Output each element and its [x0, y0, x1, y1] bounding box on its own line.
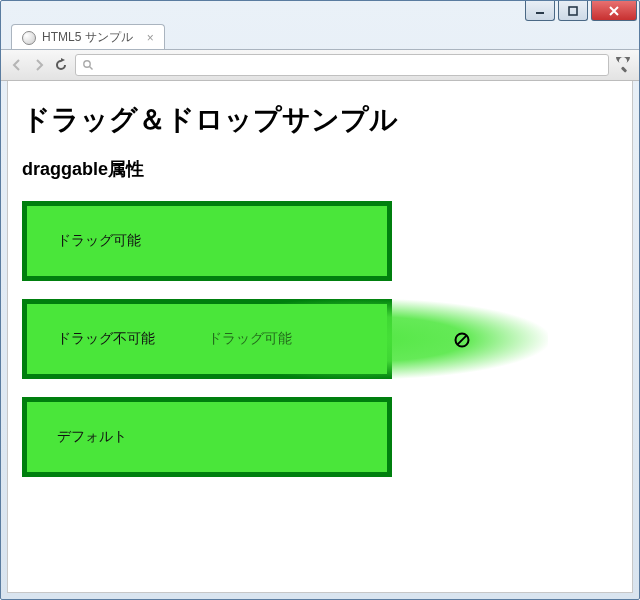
window-close-button[interactable]: [591, 1, 637, 21]
settings-wrench-icon[interactable]: [615, 57, 631, 73]
address-bar[interactable]: [75, 54, 609, 76]
window-minimize-button[interactable]: [525, 1, 555, 21]
tab-title: HTML5 サンプル: [42, 29, 133, 46]
svg-point-1: [84, 61, 90, 67]
reload-button[interactable]: [53, 57, 69, 73]
box-label: デフォルト: [57, 428, 127, 446]
viewport: ドラッグ＆ドロップサンプル draggable属性 ドラッグ可能 ドラッグ不可能…: [7, 81, 633, 593]
back-button[interactable]: [9, 57, 25, 73]
browser-window: HTML5 サンプル × ドラッグ＆ドロップサンプル draggable属性: [0, 0, 640, 600]
window-maximize-button[interactable]: [558, 1, 588, 21]
non-draggable-box[interactable]: ドラッグ不可能: [22, 299, 392, 379]
globe-icon: [22, 31, 36, 45]
search-icon: [82, 59, 94, 71]
svg-rect-0: [569, 7, 577, 15]
forward-button[interactable]: [31, 57, 47, 73]
page-content: ドラッグ＆ドロップサンプル draggable属性 ドラッグ可能 ドラッグ不可能…: [8, 81, 632, 592]
browser-tab[interactable]: HTML5 サンプル ×: [11, 24, 165, 49]
browser-tabstrip: HTML5 サンプル ×: [1, 23, 639, 49]
svg-point-3: [456, 334, 469, 347]
svg-rect-2: [621, 66, 627, 72]
box-label: ドラッグ可能: [57, 232, 141, 250]
page-title: ドラッグ＆ドロップサンプル: [22, 101, 618, 139]
section-title: draggable属性: [22, 157, 618, 181]
default-box[interactable]: デフォルト: [22, 397, 392, 477]
no-drop-cursor-icon: [453, 331, 471, 349]
window-titlebar: [1, 1, 639, 23]
svg-line-4: [458, 336, 467, 345]
tab-close-icon[interactable]: ×: [147, 31, 154, 45]
box-label: ドラッグ不可能: [57, 330, 155, 348]
draggable-box[interactable]: ドラッグ可能: [22, 201, 392, 281]
browser-toolbar: [1, 49, 639, 81]
